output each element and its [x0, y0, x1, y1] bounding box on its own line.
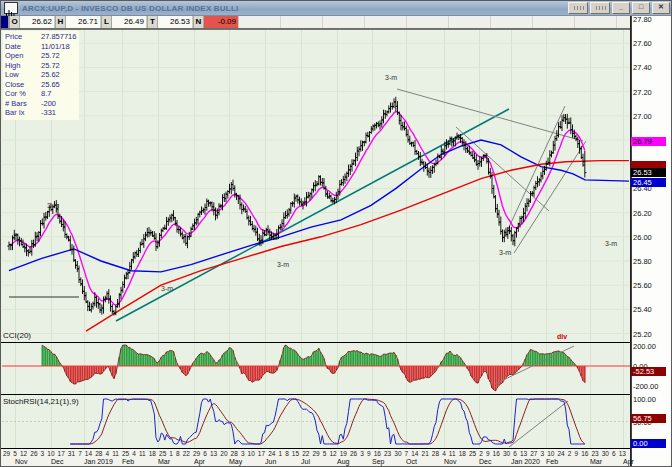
quote-field-label: L: [101, 16, 112, 28]
price-axis-tick: 27.00: [633, 112, 652, 121]
x-axis-day-label: 30: [602, 450, 609, 458]
x-axis-day-label: 25: [159, 450, 166, 458]
toolbar-button-1[interactable]: [568, 2, 588, 14]
x-axis-day-label: 23: [384, 450, 391, 458]
cycle-label: 3-m: [499, 249, 511, 256]
price-axis-tick: 25.40: [633, 305, 652, 314]
stoch-value-box: 0.00: [631, 439, 666, 448]
chart-area[interactable]: [1, 29, 631, 449]
x-axis-day-label: 10: [47, 450, 54, 458]
x-axis-month-label: Nov: [444, 458, 456, 465]
x-axis-day-label: 26: [350, 450, 357, 458]
x-axis-day-label: 14: [411, 450, 418, 458]
x-axis-month-label: Feb: [122, 458, 134, 465]
cycle-label: 3-m: [277, 261, 289, 268]
x-axis-day-label: 17: [58, 450, 65, 458]
x-axis-day-label: 1: [169, 450, 173, 458]
x-axis-day-label: 16: [374, 450, 381, 458]
x-axis-day-label: 7: [405, 450, 409, 458]
price-axis-tick: 26.00: [633, 233, 652, 242]
quote-field-label: H: [55, 16, 66, 28]
price-axis-tick: 27.80: [633, 15, 652, 24]
x-axis-day-label: 7: [78, 450, 82, 458]
divergence-label: div: [557, 333, 567, 340]
x-axis-month-label: Jan 2020: [511, 458, 540, 465]
toolbar-button-2[interactable]: [590, 2, 610, 14]
x-axis-day-label: 6: [612, 450, 616, 458]
x-axis-day-label: 5: [323, 450, 327, 458]
x-axis-day-label: 6: [203, 450, 207, 458]
quote-field-value: 26.49: [112, 16, 147, 28]
x-axis-day-label: 22: [183, 450, 190, 458]
cycle-label: 3-m: [47, 202, 59, 209]
data-window-field-label: Date: [5, 42, 39, 52]
x-axis-day-label: 24: [268, 450, 275, 458]
data-window-row: High25.72: [5, 61, 76, 71]
x-axis-day-label: 28: [231, 450, 238, 458]
x-axis-day-label: 8: [176, 450, 180, 458]
x-axis-day-label: 29: [3, 450, 10, 458]
data-window-field-value: 27.857716: [39, 32, 76, 42]
x-axis-day-label: 18: [459, 450, 466, 458]
price-value-box: 26.45: [631, 178, 666, 187]
x-axis-day-label: 5: [13, 450, 17, 458]
x-axis-days-row: 2951226310173171428411254111825182229613…: [3, 450, 627, 458]
x-axis-month-label: Dec: [479, 458, 491, 465]
x-axis-day-label: 12: [329, 450, 336, 458]
x-axis-day-label: 24: [557, 450, 564, 458]
quote-field-value: 26.62: [20, 16, 55, 28]
data-window-field-value: -331: [39, 108, 56, 118]
x-axis-day-label: 23: [591, 450, 598, 458]
x-axis-day-label: 2: [479, 450, 483, 458]
stoch-value-box: 56.75: [631, 414, 666, 423]
cci-axis-tick: -200.00: [633, 382, 658, 391]
x-axis-day-label: 4: [105, 450, 109, 458]
x-axis-day-label: 28: [432, 450, 439, 458]
close-button[interactable]: ✕: [652, 2, 670, 14]
data-window-field-value: -200: [39, 99, 56, 109]
maximize-button[interactable]: □: [632, 2, 650, 14]
x-axis-day-label: 16: [581, 450, 588, 458]
stoch-panel-label: StochRSI(14,21(1),9): [3, 397, 79, 406]
data-window-field-value: 8.7: [39, 89, 51, 99]
x-axis-day-label: 30: [503, 450, 510, 458]
data-window-field-value: 25.72: [39, 61, 60, 71]
quote-field-label: N: [193, 16, 204, 28]
data-window-field-label: Low: [5, 70, 39, 80]
data-window-field-value: 11/01/18: [39, 42, 70, 52]
price-axis-tick: 27.60: [633, 39, 652, 48]
cycle-label: 3-m: [161, 285, 173, 292]
x-axis-month-label: Sep: [372, 458, 384, 465]
x-axis-day-label: 3: [360, 450, 364, 458]
data-window-field-value: 25.72: [39, 51, 60, 61]
quote-field-value: -0.09: [204, 16, 239, 28]
price-axis-tick: 26.20: [633, 209, 652, 218]
x-axis-day-label: 25: [122, 450, 129, 458]
x-axis-day-label: 14: [85, 450, 92, 458]
data-window-row: # Bars-200: [5, 99, 76, 109]
minimize-button[interactable]: _: [612, 2, 630, 14]
x-axis-day-label: 29: [193, 450, 200, 458]
x-axis-day-label: 27: [530, 450, 537, 458]
x-axis-day-label: 16: [493, 450, 500, 458]
x-axis-day-label: 15: [292, 450, 299, 458]
x-axis-month-label: Jul: [301, 458, 310, 465]
x-axis-day-label: 11: [112, 450, 119, 458]
x-axis-day-label: 20: [220, 450, 227, 458]
x-axis-month-label: Nov: [15, 458, 27, 465]
x-axis-day-label: 31: [68, 450, 75, 458]
quote-field-value: 26.71: [66, 16, 101, 28]
data-window-row: Price27.857716: [5, 32, 76, 42]
quote-bar-filler: [239, 16, 631, 28]
app-chart-icon: [4, 2, 18, 14]
x-axis-month-label: Aug: [337, 458, 349, 465]
x-axis-day-label: 18: [149, 450, 156, 458]
x-axis-day-label: 17: [258, 450, 265, 458]
x-axis-day-label: 8: [285, 450, 289, 458]
title-bar[interactable]: ARCX:UUP,D - INVESCO DB US DOLLAR INDEX …: [1, 1, 672, 16]
chart-window: ARCX:UUP,D - INVESCO DB US DOLLAR INDEX …: [0, 0, 672, 467]
x-axis-day-label: 12: [20, 450, 27, 458]
data-window-field-value: 25.62: [39, 70, 60, 80]
x-axis-day-label: 10: [547, 450, 554, 458]
data-window-field-label: Close: [5, 80, 39, 90]
